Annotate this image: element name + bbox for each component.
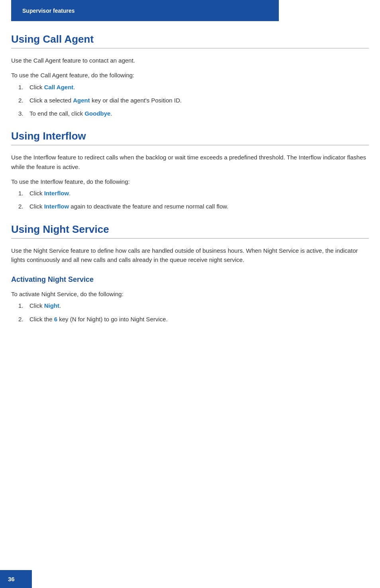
list-item: 2. Click a selected Agent key or dial th… xyxy=(18,96,369,105)
step-text: Click the 6 key (N for Night) to go into… xyxy=(29,315,168,324)
list-item: 3. To end the call, click Goodbye. xyxy=(18,109,369,118)
step-num: 1. xyxy=(18,301,29,310)
list-item: 1. Click Interflow. xyxy=(18,189,369,198)
highlight-interflow-2: Interflow xyxy=(44,203,69,210)
interflow-steps-intro: To use the Interflow feature, do the fol… xyxy=(11,177,369,186)
subsection-title-activating: Activating Night Service xyxy=(11,275,369,284)
list-item: 1. Click Night. xyxy=(18,301,369,310)
step-num: 1. xyxy=(18,83,29,92)
highlight-interflow-1: Interflow xyxy=(44,190,69,197)
page-number: 36 xyxy=(8,576,15,582)
call-agent-steps: 1. Click Call Agent. 2. Click a selected… xyxy=(18,83,369,118)
activating-steps: 1. Click Night. 2. Click the 6 key (N fo… xyxy=(18,301,369,324)
header-bar: Supervisor features xyxy=(11,0,279,21)
step-num: 1. xyxy=(18,189,29,198)
page-number-bar: 36 xyxy=(0,570,32,588)
step-text: Click Call Agent. xyxy=(29,83,75,92)
step-text: To end the call, click Goodbye. xyxy=(29,109,112,118)
header-title: Supervisor features xyxy=(22,8,75,14)
content-area: Using Call Agent Use the Call Agent feat… xyxy=(0,33,380,352)
highlight-call-agent: Call Agent xyxy=(44,84,74,90)
interflow-intro: Use the Interflow feature to redirect ca… xyxy=(11,153,369,171)
step-num: 2. xyxy=(18,315,29,324)
step-num: 2. xyxy=(18,96,29,105)
call-agent-intro: Use the Call Agent feature to contact an… xyxy=(11,56,369,65)
section-title-call-agent: Using Call Agent xyxy=(11,33,369,49)
list-item: 2. Click the 6 key (N for Night) to go i… xyxy=(18,315,369,324)
highlight-night: Night xyxy=(44,302,59,309)
step-text: Click a selected Agent key or dial the a… xyxy=(29,96,182,105)
section-using-call-agent: Using Call Agent Use the Call Agent feat… xyxy=(11,33,369,118)
section-title-night-service: Using Night Service xyxy=(11,223,369,239)
section-using-interflow: Using Interflow Use the Interflow featur… xyxy=(11,130,369,211)
step-text: Click Night. xyxy=(29,301,61,310)
activating-steps-intro: To activate Night Service, do the follow… xyxy=(11,289,369,299)
step-num: 2. xyxy=(18,202,29,211)
step-text: Click Interflow. xyxy=(29,189,71,198)
section-using-night-service: Using Night Service Use the Night Servic… xyxy=(11,223,369,324)
list-item: 1. Click Call Agent. xyxy=(18,83,369,92)
list-item: 2. Click Interflow again to deactivate t… xyxy=(18,202,369,211)
call-agent-steps-intro: To use the Call Agent feature, do the fo… xyxy=(11,71,369,80)
highlight-goodbye: Goodbye xyxy=(84,110,110,117)
section-title-interflow: Using Interflow xyxy=(11,130,369,146)
subsection-activating-night-service: Activating Night Service To activate Nig… xyxy=(11,275,369,324)
step-num: 3. xyxy=(18,109,29,118)
highlight-agent: Agent xyxy=(73,97,90,104)
night-service-intro: Use the Night Service feature to define … xyxy=(11,246,369,265)
step-text: Click Interflow again to deactivate the … xyxy=(29,202,228,211)
interflow-steps: 1. Click Interflow. 2. Click Interflow a… xyxy=(18,189,369,211)
highlight-6: 6 xyxy=(54,316,57,323)
